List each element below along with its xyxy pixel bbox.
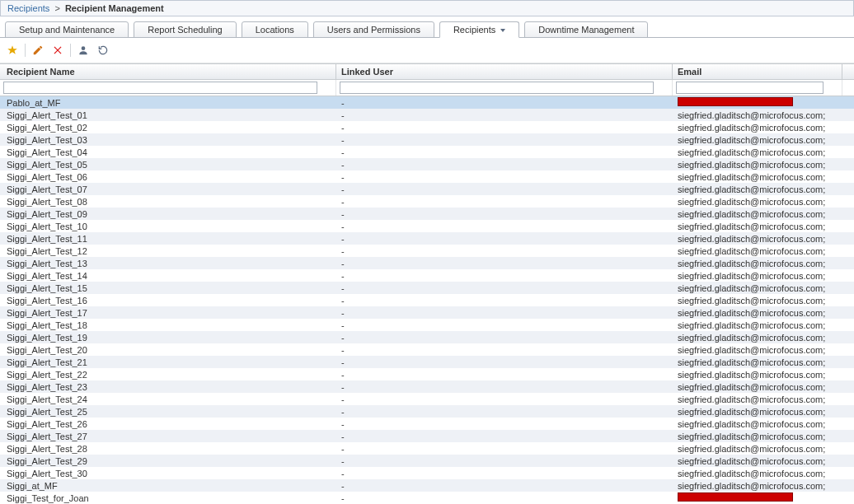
cell-email: siegfried.gladitsch@microfocus.com; (673, 110, 842, 120)
cell-linked-user: - (336, 209, 673, 219)
cell-email: siegfried.gladitsch@microfocus.com; (673, 246, 842, 256)
column-header-email[interactable]: Email (673, 64, 842, 79)
star-icon (7, 44, 18, 56)
cell-email: siegfried.gladitsch@microfocus.com; (673, 320, 842, 330)
tab-setup-and-maintenance[interactable]: Setup and Maintenance (5, 21, 129, 38)
table-row[interactable]: Siggi_Alert_Test_07-siegfried.gladitsch@… (0, 183, 854, 195)
table-row[interactable]: Siggi_Alert_Test_29-siegfried.gladitsch@… (0, 455, 854, 467)
table-row[interactable]: Siggi_Alert_Test_28-siegfried.gladitsch@… (0, 442, 854, 455)
tab-label: Users and Permissions (327, 25, 420, 35)
cell-email: siegfried.gladitsch@microfocus.com; (673, 147, 842, 157)
table-row[interactable]: Siggi_Alert_Test_26-siegfried.gladitsch@… (0, 418, 854, 430)
table-row[interactable]: Siggi_Alert_Test_03-siegfried.gladitsch@… (0, 133, 854, 146)
breadcrumb-root[interactable]: Recipients (7, 3, 49, 13)
toolbar-divider (70, 44, 71, 57)
cell-email: siegfried.gladitsch@microfocus.com; (673, 481, 842, 491)
table-row[interactable]: Siggi_Test_for_Joan- (0, 492, 854, 504)
table-row[interactable]: Siggi_Alert_Test_17-siegfried.gladitsch@… (0, 306, 854, 319)
table-row[interactable]: Siggi_Alert_Test_19-siegfried.gladitsch@… (0, 331, 854, 343)
table-row[interactable]: Siggi_Alert_Test_01-siegfried.gladitsch@… (0, 109, 854, 121)
cell-name: Siggi_Alert_Test_07 (0, 184, 336, 194)
cell-name: Siggi_Test_for_Joan (0, 493, 336, 503)
refresh-button[interactable] (96, 43, 110, 58)
cell-linked-user: - (336, 308, 673, 318)
cell-linked-user: - (336, 259, 673, 268)
table-row[interactable]: Siggi_Alert_Test_11-siegfried.gladitsch@… (0, 232, 854, 245)
table-row[interactable]: Siggi_Alert_Test_23-siegfried.gladitsch@… (0, 380, 854, 393)
cell-name: Siggi_Alert_Test_18 (0, 320, 336, 330)
tab-recipients[interactable]: Recipients (439, 21, 519, 38)
breadcrumb-sep: > (52, 3, 62, 13)
table-row[interactable]: Siggi_Alert_Test_13-siegfried.gladitsch@… (0, 257, 854, 269)
cell-name: Siggi_Alert_Test_26 (0, 419, 336, 429)
column-header-name[interactable]: Recipient Name (0, 64, 336, 79)
cell-email: siegfried.gladitsch@microfocus.com; (673, 123, 842, 133)
tab-downtime-management[interactable]: Downtime Management (524, 21, 648, 38)
new-button[interactable] (5, 43, 20, 58)
table-row[interactable]: Siggi_Alert_Test_22-siegfried.gladitsch@… (0, 368, 854, 380)
filter-name-input[interactable] (3, 82, 317, 94)
table-row[interactable]: Siggi_Alert_Test_09-siegfried.gladitsch@… (0, 208, 854, 220)
cell-email: siegfried.gladitsch@microfocus.com; (673, 469, 842, 478)
table-row[interactable]: Pablo_at_MF- (0, 96, 854, 109)
cell-email: siegfried.gladitsch@microfocus.com; (673, 407, 842, 417)
chevron-down-icon[interactable] (500, 29, 505, 32)
filter-email-input[interactable] (676, 82, 824, 94)
cell-linked-user: - (336, 370, 673, 380)
cell-name: Pablo_at_MF (0, 98, 336, 108)
grid-body: Pablo_at_MF-Siggi_Alert_Test_01-siegfrie… (0, 96, 854, 504)
cell-name: Siggi_Alert_Test_16 (0, 296, 336, 306)
cell-linked-user: - (336, 432, 673, 441)
table-row[interactable]: Siggi_Alert_Test_25-siegfried.gladitsch@… (0, 405, 854, 418)
table-row[interactable]: Siggi_at_MF-siegfried.gladitsch@microfoc… (0, 479, 854, 492)
cell-name: Siggi_Alert_Test_29 (0, 456, 336, 466)
cell-email: siegfried.gladitsch@microfocus.com; (673, 419, 842, 429)
link-user-button[interactable] (76, 43, 91, 58)
table-row[interactable]: Siggi_Alert_Test_08-siegfried.gladitsch@… (0, 195, 854, 208)
table-row[interactable]: Siggi_Alert_Test_21-siegfried.gladitsch@… (0, 356, 854, 368)
table-row[interactable]: Siggi_Alert_Test_24-siegfried.gladitsch@… (0, 393, 854, 405)
table-row[interactable]: Siggi_Alert_Test_14-siegfried.gladitsch@… (0, 269, 854, 282)
cell-linked-user: - (336, 419, 673, 429)
cell-linked-user: - (336, 407, 673, 417)
cell-email: siegfried.gladitsch@microfocus.com; (673, 333, 842, 343)
cell-name: Siggi_Alert_Test_20 (0, 345, 336, 355)
cell-linked-user: - (336, 456, 673, 466)
cell-name: Siggi_Alert_Test_12 (0, 246, 336, 256)
table-row[interactable]: Siggi_Alert_Test_30-siegfried.gladitsch@… (0, 467, 854, 479)
table-row[interactable]: Siggi_Alert_Test_12-siegfried.gladitsch@… (0, 245, 854, 257)
edit-button[interactable] (30, 43, 45, 58)
cell-name: Siggi_Alert_Test_21 (0, 357, 336, 367)
delete-button[interactable] (50, 43, 65, 58)
table-row[interactable]: Siggi_Alert_Test_05-siegfried.gladitsch@… (0, 158, 854, 170)
cell-linked-user: - (336, 469, 673, 478)
cell-name: Siggi_Alert_Test_01 (0, 110, 336, 120)
column-header-user[interactable]: Linked User (336, 64, 673, 79)
cell-linked-user: - (336, 98, 673, 108)
tab-label: Downtime Management (538, 25, 634, 35)
table-row[interactable]: Siggi_Alert_Test_20-siegfried.gladitsch@… (0, 343, 854, 356)
cell-linked-user: - (336, 246, 673, 256)
cell-linked-user: - (336, 271, 673, 281)
tab-report-scheduling[interactable]: Report Scheduling (134, 21, 237, 38)
cell-linked-user: - (336, 394, 673, 404)
table-row[interactable]: Siggi_Alert_Test_02-siegfried.gladitsch@… (0, 121, 854, 133)
filter-user-input[interactable] (340, 82, 654, 94)
x-icon (52, 44, 63, 56)
table-row[interactable]: Siggi_Alert_Test_27-siegfried.gladitsch@… (0, 430, 854, 442)
tab-users-and-permissions[interactable]: Users and Permissions (313, 21, 434, 38)
table-row[interactable]: Siggi_Alert_Test_04-siegfried.gladitsch@… (0, 146, 854, 158)
cell-email: siegfried.gladitsch@microfocus.com; (673, 135, 842, 145)
breadcrumb-current: Recipient Management (65, 3, 164, 13)
tab-locations[interactable]: Locations (242, 21, 308, 38)
cell-name: Siggi_at_MF (0, 481, 336, 491)
cell-name: Siggi_Alert_Test_04 (0, 147, 336, 157)
cell-email: siegfried.gladitsch@microfocus.com; (673, 345, 842, 355)
table-row[interactable]: Siggi_Alert_Test_18-siegfried.gladitsch@… (0, 319, 854, 331)
table-row[interactable]: Siggi_Alert_Test_16-siegfried.gladitsch@… (0, 294, 854, 306)
recipient-grid: Recipient Name Linked User Email Pablo_a… (0, 63, 854, 504)
table-row[interactable]: Siggi_Alert_Test_10-siegfried.gladitsch@… (0, 220, 854, 232)
table-row[interactable]: Siggi_Alert_Test_06-siegfried.gladitsch@… (0, 170, 854, 183)
table-row[interactable]: Siggi_Alert_Test_15-siegfried.gladitsch@… (0, 282, 854, 294)
cell-name: Siggi_Alert_Test_28 (0, 444, 336, 454)
